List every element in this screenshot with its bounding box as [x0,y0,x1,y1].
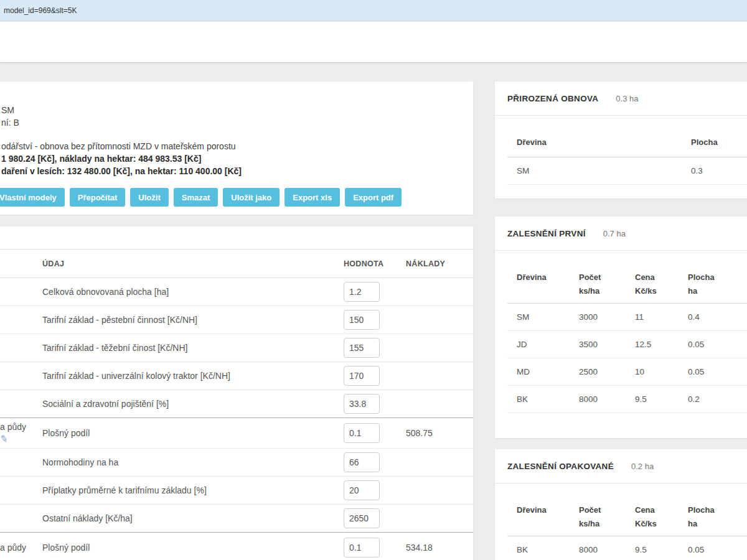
table-row: Sociální a zdravotní pojištění [%] [0,390,473,418]
panel-title-bar: ZALESNĚNÍ PRVNÍ 0.7 ha [495,217,747,251]
cell-price: 12.5 [626,331,679,358]
model-class-line: ní: B [1,116,473,129]
cell-count: 3500 [570,331,626,358]
table-row: Celková obnovovaná plocha [ha] [0,278,473,306]
recalculate-button[interactable]: Přepočítat [70,188,126,207]
table-row-group: a půdy Plošný podíl 534.18 [0,532,473,560]
col-header: Plocha [682,128,747,157]
table-row: Tarifní základ - pěstební činnost [Kč/NH… [0,306,473,334]
cell-area: 0.05 [679,331,747,358]
page-header-band [0,22,747,63]
panel-area: 0.2 ha [631,462,654,471]
row-label: Normohodiny na ha [42,457,342,467]
export-pdf-button[interactable]: Export pdf [345,188,402,207]
table-row: BK 8000 9.5 0.05 [507,536,747,560]
cell-count: 2500 [570,358,626,386]
row-group-label: a půdy [0,543,42,553]
panel-area: 0.7 ha [603,229,626,238]
paperclip-icon[interactable]: ✎ [0,432,11,446]
cell-price: 9.5 [626,386,679,413]
row-label: Tarifní základ - těžební činost [Kč/NH] [42,343,342,353]
col-header-naklady: NÁKLADY [405,259,473,268]
value-input[interactable] [344,480,380,500]
table-row: Normohodiny na ha [0,449,473,477]
col-header: CenaKč/ks [626,498,679,536]
url-text: model_id=969&slt=5K [4,6,77,15]
cell-species: BK [507,386,570,413]
table-row: Tarifní základ - univerzální kolový trak… [0,362,473,390]
value-input[interactable] [344,394,380,414]
col-header: Dřevina [507,266,570,304]
col-header-hodnota: HODNOTA [342,259,405,268]
row-label: Sociální a zdravotní pojištění [%] [42,399,342,409]
cell-species: SM [507,157,682,185]
cell-species: JD [507,331,570,358]
row-cost: 534.18 [405,543,473,553]
row-label: Plošný podíl [42,428,342,438]
value-input[interactable] [344,282,380,302]
panel-area: 0.3 ha [616,94,638,103]
browser-url-bar[interactable]: model_id=969&slt=5K [0,0,747,21]
species-table: Dřevina Početks/ha CenaKč/ks Plochaha SM… [507,266,747,413]
table-row: BK 8000 9.5 0.2 [507,386,747,413]
export-xls-button[interactable]: Export xls [284,188,340,207]
col-header-udaj: ÚDAJ [42,259,342,268]
panel-title-bar: PŘIROZENÁ OBNOVA 0.3 ha [495,82,747,116]
row-label: Tarifní základ - pěstební činnost [Kč/NH… [42,315,342,325]
panel-title: ZALESNĚNÍ PRVNÍ [507,229,586,238]
cell-area: 0.4 [679,304,747,331]
col-header: Plochaha [679,266,747,304]
value-input[interactable] [344,452,380,472]
first-afforestation-panel: ZALESNĚNÍ PRVNÍ 0.7 ha Dřevina Početks/h… [495,217,747,438]
cell-area: 0.05 [679,358,747,386]
row-label: Tarifní základ - univerzální kolový trak… [42,371,342,381]
cell-count: 8000 [570,536,626,560]
model-parameters-card: ÚDAJ HODNOTA NÁKLADY Celková obnovovaná … [0,226,473,560]
value-input[interactable] [344,338,380,358]
natural-regeneration-panel: PŘIROZENÁ OBNOVA 0.3 ha Dřevina Plocha S… [495,82,747,198]
value-input[interactable] [344,366,380,386]
table-row: Příplatky průměrné k tarifnímu základu [… [0,477,473,505]
cell-area: 0.05 [679,536,747,560]
value-input[interactable] [344,538,380,558]
col-header: Početks/ha [570,266,626,304]
cell-area: 0.3 [682,157,747,185]
row-label: Ostatní náklady [Kč/ha] [42,513,342,523]
col-header: CenaKč/ks [626,266,679,304]
model-costs-line: 1 980.24 [Kč], náklady na hektar: 484 98… [1,152,473,165]
table-header-row: ÚDAJ HODNOTA NÁKLADY [0,249,473,278]
cell-price: 10 [626,358,679,386]
value-input[interactable] [344,508,380,528]
model-description: odářství - obnova bez přítomnosti MZD v … [1,140,473,152]
col-header: Dřevina [507,128,682,157]
row-label: Plošný podíl [42,543,342,553]
species-table: Dřevina Plocha SM 0.3 [507,128,747,185]
save-button[interactable]: Uložit [130,188,168,207]
cell-species: SM [507,304,570,331]
species-table: Dřevina Početks/ha CenaKč/ks Plochaha BK… [507,498,747,560]
panel-title: ZALESNĚNÍ OPAKOVANÉ [507,462,614,471]
save-as-button[interactable]: Uložit jako [223,188,280,207]
table-row: Tarifní základ - těžební činost [Kč/NH] [0,334,473,362]
panel-title-bar: ZALESNĚNÍ OPAKOVANÉ 0.2 ha [495,449,747,483]
cell-price: 9.5 [626,536,679,560]
cell-count: 8000 [570,386,626,413]
model-result-line: daření v lesích: 132 480.00 [Kč], na hek… [1,165,473,177]
value-input[interactable] [344,423,380,443]
table-row: JD 3500 12.5 0.05 [507,331,747,358]
row-label: Celková obnovovaná plocha [ha] [42,287,342,297]
row-cost: 508.75 [405,428,473,438]
toolbar: Vlastní modely Přepočítat Uložit Smazat … [0,188,473,207]
cell-price: 11 [626,304,679,331]
cell-area: 0.2 [679,386,747,413]
cell-count: 3000 [570,304,626,331]
table-row: SM 3000 11 0.4 [507,304,747,331]
table-row: MD 2500 10 0.05 [507,358,747,386]
col-header: Dřevina [507,498,570,536]
delete-button[interactable]: Smazat [174,188,218,207]
col-header: Početks/ha [570,498,626,536]
value-input[interactable] [344,310,380,330]
own-models-button[interactable]: Vlastní modely [0,188,65,207]
table-row-group: a půdy ✎ Plošný podíl 508.75 [0,418,473,449]
table-row: Ostatní náklady [Kč/ha] [0,505,473,533]
